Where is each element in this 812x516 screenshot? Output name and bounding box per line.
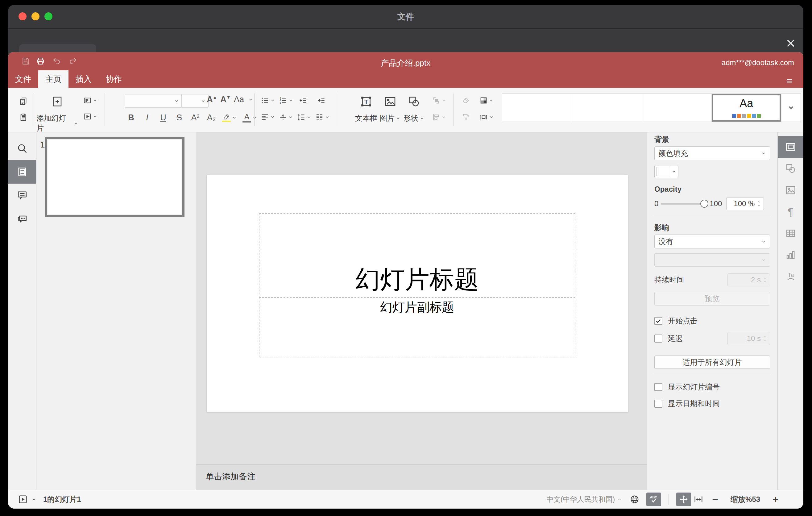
show-slide-number-label: 显示幻灯片编号 xyxy=(668,382,720,392)
superscript-button[interactable]: A² xyxy=(190,113,201,122)
sidebar-item-chart-settings[interactable] xyxy=(778,244,803,266)
opacity-max: 100 xyxy=(709,199,722,208)
insert-image-button[interactable]: 图片 xyxy=(379,88,402,132)
numbered-list-button[interactable] xyxy=(279,96,293,105)
chevron-down-icon xyxy=(252,115,257,120)
start-slideshow-icon xyxy=(83,112,92,121)
slide[interactable]: 幻灯片标题 幻灯片副标题 xyxy=(207,175,628,412)
sidebar-item-chat[interactable] xyxy=(8,207,36,231)
fill-color-picker[interactable] xyxy=(654,165,678,178)
presentation-editor: 产品介绍.pptx adm***@dootask.com 文件 主页 插入 协作 xyxy=(8,52,803,509)
notes-area[interactable]: 单击添加备注 xyxy=(196,464,647,490)
start-slideshow-status-icon[interactable] xyxy=(18,494,28,504)
fit-to-width-icon[interactable] xyxy=(694,494,703,504)
font-color-button[interactable]: A xyxy=(242,113,257,122)
show-slide-number-checkbox[interactable] xyxy=(654,383,662,391)
language-selector[interactable]: 中文(中华人民共和国) xyxy=(546,495,622,504)
align-shape-button[interactable] xyxy=(432,113,446,121)
zoom-in-button[interactable]: + xyxy=(773,494,779,505)
theme-option-2[interactable] xyxy=(572,94,642,122)
sidebar-item-paragraph-settings[interactable]: ¶ xyxy=(778,201,803,223)
font-size-select[interactable] xyxy=(181,94,208,108)
slides-icon xyxy=(17,166,28,177)
theme-gallery-expand[interactable] xyxy=(781,94,801,122)
toolbar-divider xyxy=(105,93,105,126)
clear-style-icon[interactable] xyxy=(462,96,470,105)
tab-insert[interactable]: 插入 xyxy=(68,70,99,88)
slide-size-button[interactable] xyxy=(480,113,494,121)
delay-spinner: 10 s xyxy=(727,332,770,345)
decrement-font-button[interactable]: A▼ xyxy=(220,95,231,104)
opacity-slider[interactable] xyxy=(661,203,707,205)
sidebar-item-search[interactable] xyxy=(8,137,36,160)
set-language-icon[interactable] xyxy=(630,494,640,504)
show-date-time-checkbox[interactable] xyxy=(654,400,662,408)
slide-canvas[interactable]: 幻灯片标题 幻灯片副标题 xyxy=(196,133,647,464)
sidebar-item-image-settings[interactable] xyxy=(778,179,803,201)
chevron-down-icon[interactable] xyxy=(31,497,36,502)
title-placeholder[interactable]: 幻灯片标题 xyxy=(259,213,575,297)
line-spacing-button[interactable] xyxy=(297,113,312,121)
menu-icon[interactable] xyxy=(785,78,794,85)
spin-up-icon[interactable] xyxy=(756,200,761,204)
spin-down-icon[interactable] xyxy=(756,204,761,207)
theme-option-3[interactable] xyxy=(642,94,712,122)
vertical-align-button[interactable] xyxy=(279,113,293,121)
columns-button[interactable] xyxy=(315,113,330,121)
toolbar-divider xyxy=(454,93,454,126)
opacity-spinner[interactable]: 100 % xyxy=(726,197,764,210)
sidebar-item-textart-settings[interactable] xyxy=(778,266,803,287)
copy-style-icon[interactable] xyxy=(462,113,470,121)
chevron-down-icon[interactable] xyxy=(248,97,253,102)
insert-shape-button[interactable]: 形状 xyxy=(402,88,426,132)
increment-font-button[interactable]: A▲ xyxy=(207,95,217,104)
sidebar-item-slides[interactable] xyxy=(8,160,36,183)
tab-collaboration[interactable]: 协作 xyxy=(99,70,129,88)
slide-layout-button[interactable] xyxy=(83,96,98,105)
tab-file[interactable]: 文件 xyxy=(8,70,38,88)
chevron-down-icon xyxy=(288,98,293,103)
highlight-pen-icon xyxy=(223,113,230,120)
bold-button[interactable]: B xyxy=(126,113,136,122)
bullet-list-button[interactable] xyxy=(261,96,275,105)
delay-checkbox[interactable] xyxy=(654,335,662,343)
change-case-button[interactable]: Aa xyxy=(234,95,244,104)
decrease-indent-icon[interactable] xyxy=(299,96,307,105)
strikethrough-button[interactable]: S xyxy=(174,113,184,122)
spell-check-button[interactable] xyxy=(646,492,661,506)
paste-icon[interactable] xyxy=(19,113,27,121)
sidebar-item-comments[interactable] xyxy=(8,183,36,207)
bullet-list-icon xyxy=(261,96,269,105)
theme-option-1[interactable] xyxy=(502,94,572,122)
effect-type-select xyxy=(654,253,770,267)
effect-select[interactable]: 没有 xyxy=(654,234,770,249)
zoom-out-button[interactable]: − xyxy=(712,494,718,505)
fit-to-slide-button[interactable] xyxy=(676,492,691,506)
copy-icon[interactable] xyxy=(19,97,27,105)
start-slideshow-button[interactable] xyxy=(83,112,98,121)
subtitle-placeholder[interactable]: 幻灯片副标题 xyxy=(259,297,575,357)
sidebar-item-shape-settings[interactable] xyxy=(778,158,803,179)
font-name-select[interactable] xyxy=(125,94,182,108)
arrange-shape-button[interactable] xyxy=(432,96,446,105)
sidebar-item-slide-settings[interactable] xyxy=(778,136,803,158)
slide-fill-button[interactable] xyxy=(480,96,494,105)
theme-option-selected[interactable]: Aa xyxy=(712,94,781,122)
italic-button[interactable]: I xyxy=(142,113,152,122)
close-icon[interactable] xyxy=(785,37,796,49)
underline-button[interactable]: U xyxy=(158,113,169,122)
horizontal-align-button[interactable] xyxy=(261,113,275,121)
fill-type-select[interactable]: 颜色填充 xyxy=(654,146,770,160)
subscript-button[interactable]: A₂ xyxy=(206,113,216,122)
start-on-click-checkbox[interactable] xyxy=(654,317,662,325)
sidebar-item-table-settings[interactable] xyxy=(778,223,803,244)
slide-thumbnail[interactable] xyxy=(45,137,184,217)
insert-textbox-button[interactable]: 文本框 xyxy=(354,88,378,132)
tab-home[interactable]: 主页 xyxy=(38,70,68,88)
opacity-slider-knob[interactable] xyxy=(700,200,708,208)
apply-to-all-slides-button[interactable]: 适用于所有幻灯片 xyxy=(654,355,770,369)
add-slide-button[interactable]: 添加幻灯片 xyxy=(36,88,78,132)
chevron-down-icon xyxy=(74,121,79,126)
highlight-color-button[interactable] xyxy=(222,113,237,122)
increase-indent-icon[interactable] xyxy=(317,96,325,105)
